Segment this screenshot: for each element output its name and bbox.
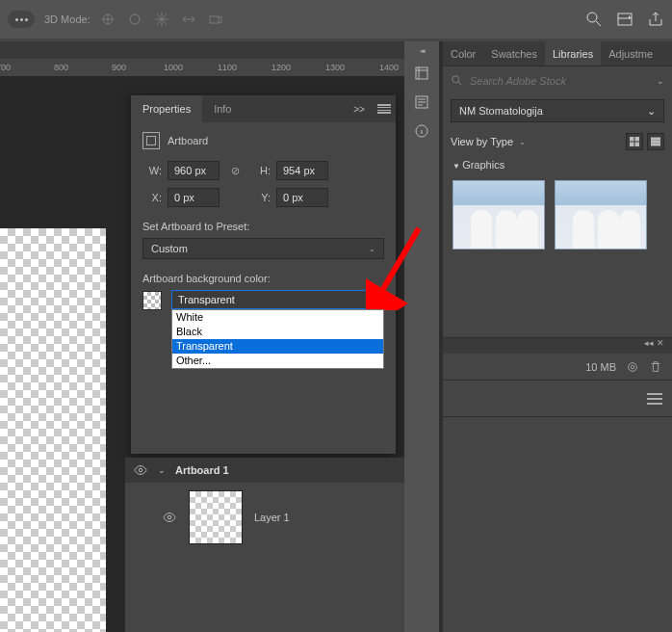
bg-option-transparent[interactable]: Transparent (172, 339, 383, 354)
panel-menu-icon[interactable] (647, 393, 662, 405)
pan-icon[interactable] (154, 12, 169, 27)
svg-rect-15 (651, 144, 660, 145)
layer-name-label: Layer 1 (254, 512, 290, 523)
panel-menu-button[interactable] (373, 95, 396, 122)
search-icon[interactable] (585, 11, 603, 28)
search-dropdown-chevron[interactable]: ⌄ (657, 76, 664, 86)
visibility-toggle[interactable] (133, 462, 148, 478)
svg-point-17 (631, 365, 634, 369)
panel-collapse-row[interactable]: ◂◂ ✕ (443, 338, 672, 354)
orbit-icon[interactable] (100, 12, 116, 27)
info-panel-icon[interactable] (411, 120, 432, 142)
trash-icon[interactable] (649, 360, 662, 374)
chevron-down-icon[interactable]: ⌄ (519, 138, 526, 146)
library-view-row: View by Type ⌄ (443, 130, 672, 153)
bg-option-white[interactable]: White (172, 310, 383, 325)
svg-point-16 (629, 362, 637, 371)
right-panel-tabs: Color Swatches Libraries Adjustme (443, 41, 672, 66)
artboard-canvas[interactable] (0, 228, 106, 632)
chevron-down-icon: ⌄ (369, 245, 375, 253)
view-list-button[interactable] (647, 133, 664, 150)
x-input[interactable] (168, 188, 220, 207)
tab-info[interactable]: Info (202, 95, 243, 122)
camera-icon[interactable] (208, 12, 223, 27)
view-by-type-button[interactable]: View by Type (451, 136, 513, 147)
tab-color[interactable]: Color (443, 41, 483, 66)
tab-adjustments[interactable]: Adjustme (601, 41, 660, 66)
library-select[interactable]: NM Stomatologija ⌄ (451, 99, 664, 122)
more-menu-button[interactable] (8, 11, 35, 28)
svg-point-3 (587, 13, 597, 22)
bg-color-select[interactable]: Transparent ⌄ (171, 290, 384, 309)
svg-rect-13 (651, 138, 660, 140)
library-item[interactable] (452, 180, 545, 250)
bg-color-select-value: Transparent (178, 294, 235, 305)
lower-panel-body (443, 381, 672, 417)
y-input[interactable] (276, 188, 328, 207)
width-label: W: (142, 165, 162, 176)
chevron-down-icon: ⌄ (371, 296, 377, 304)
height-input[interactable] (276, 161, 328, 180)
cloud-icon[interactable] (626, 360, 639, 374)
link-dimensions-icon[interactable]: ⊘ (231, 165, 240, 177)
svg-rect-10 (635, 137, 639, 141)
artboard-type-label: Artboard (168, 135, 208, 146)
svg-point-19 (139, 468, 142, 472)
library-thumbnails (443, 176, 672, 253)
stock-search-input[interactable] (470, 75, 651, 87)
bg-color-dropdown: White Black Transparent Other... (171, 309, 384, 369)
preset-select-value: Custom (151, 243, 188, 254)
panel-expand-button[interactable]: >> (346, 95, 373, 122)
x-label: X: (142, 192, 162, 203)
app-topbar: 3D Mode: (0, 0, 672, 39)
svg-rect-9 (630, 137, 633, 141)
artboard-name-label: Artboard 1 (175, 464, 229, 476)
svg-rect-14 (651, 141, 660, 143)
share-icon[interactable] (647, 11, 664, 28)
3d-tool-icons (100, 12, 223, 27)
svg-rect-12 (635, 143, 639, 146)
view-grid-button[interactable] (626, 133, 643, 150)
svg-point-8 (452, 76, 459, 83)
3d-mode-label: 3D Mode: (44, 13, 90, 25)
height-label: H: (251, 165, 271, 176)
artboard-icon (142, 132, 160, 149)
library-item[interactable] (555, 180, 647, 250)
svg-rect-4 (618, 13, 632, 25)
stock-search-row: ⌄ (443, 66, 672, 95)
svg-rect-5 (416, 67, 427, 79)
paragraph-panel-icon[interactable] (411, 92, 432, 113)
preset-select[interactable]: Custom ⌄ (142, 238, 384, 259)
arrange-icon[interactable] (616, 11, 633, 28)
y-label: Y: (251, 192, 271, 203)
history-panel-icon[interactable] (411, 63, 432, 84)
bg-color-swatch[interactable] (142, 291, 162, 310)
properties-panel: Properties Info >> Artboard W: ⊘ H: X: ⊘… (131, 95, 396, 454)
artboard-layer-row[interactable]: ⌄ Artboard 1 (125, 458, 404, 483)
expand-dock-button[interactable] (408, 47, 435, 55)
collapse-toggle-icon[interactable]: ⌄ (158, 465, 166, 475)
graphics-section-header[interactable]: Graphics (443, 153, 672, 176)
svg-rect-11 (630, 143, 633, 146)
svg-rect-2 (210, 16, 219, 23)
collapsed-panel-column (404, 41, 439, 142)
lower-right-panel: ◂◂ ✕ 10 MB (443, 337, 672, 632)
bg-option-black[interactable]: Black (172, 325, 383, 339)
bg-option-other[interactable]: Other... (172, 354, 383, 368)
width-input[interactable] (168, 161, 220, 180)
library-select-value: NM Stomatologija (459, 105, 543, 117)
library-status-row: 10 MB (443, 354, 672, 381)
tab-swatches[interactable]: Swatches (483, 41, 545, 66)
visibility-toggle[interactable] (162, 510, 177, 525)
layer-row[interactable]: Layer 1 (125, 483, 404, 552)
tab-libraries[interactable]: Libraries (545, 41, 601, 66)
bg-color-section-label: Artboard background color: (142, 273, 384, 284)
slide-icon[interactable] (181, 12, 196, 27)
tab-properties[interactable]: Properties (131, 95, 202, 122)
layer-thumbnail[interactable] (189, 490, 243, 544)
roll-icon[interactable] (127, 12, 142, 27)
search-icon (451, 74, 464, 88)
preset-section-label: Set Artboard to Preset: (142, 221, 384, 232)
chevron-down-icon: ⌄ (647, 105, 656, 118)
svg-point-20 (168, 515, 171, 519)
